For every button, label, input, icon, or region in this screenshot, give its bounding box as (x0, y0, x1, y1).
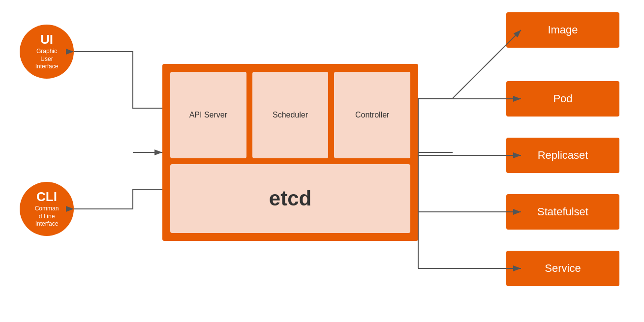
scheduler-box: Scheduler (252, 72, 329, 158)
image-connector (418, 30, 521, 98)
controller-box: Controller (334, 72, 410, 158)
ui-circle-title: UI (40, 32, 53, 47)
ui-circle-subtitle: GraphicUserInterface (35, 48, 59, 71)
master-top-row: API Server Scheduler Controller (170, 72, 410, 158)
cli-circle-subtitle: Command LineInterface (35, 205, 59, 228)
pod-box: Pod (506, 81, 619, 117)
diagram-container: UI GraphicUserInterface CLI Command Line… (0, 0, 644, 322)
ui-circle: UI GraphicUserInterface (20, 25, 74, 79)
cli-circle: CLI Command LineInterface (20, 182, 74, 236)
replicaset-box: Replicaset (506, 138, 619, 173)
cli-circle-title: CLI (36, 190, 57, 204)
statefulset-box: Statefulset (506, 194, 619, 230)
service-box: Service (506, 251, 619, 286)
cli-connector (74, 189, 162, 209)
image-box: Image (506, 12, 619, 48)
api-server-box: API Server (170, 72, 246, 158)
master-box: API Server Scheduler Controller etcd (162, 64, 418, 241)
ui-connector (74, 52, 162, 108)
etcd-box: etcd (170, 164, 410, 233)
